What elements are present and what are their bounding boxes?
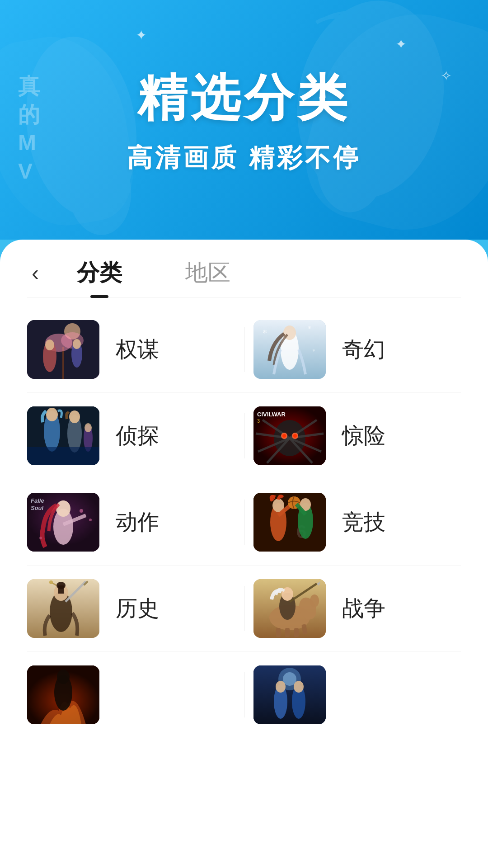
- svg-point-3: [64, 142, 135, 237]
- svg-point-100: [276, 681, 286, 693]
- category-label-zhanzhen: 战争: [342, 594, 385, 623]
- category-thumb-jingxian: CIVILWAR 3: [253, 406, 326, 465]
- svg-point-75: [49, 580, 53, 584]
- divider-row5: [244, 672, 244, 717]
- svg-text:Soul: Soul: [31, 505, 44, 511]
- category-label-zhentan: 侦探: [116, 421, 159, 450]
- back-button[interactable]: ‹: [27, 258, 43, 288]
- category-item-zhentan[interactable]: 侦探: [27, 406, 235, 465]
- svg-point-47: [293, 434, 297, 438]
- tab-bar: ‹ 分类 地区: [27, 240, 461, 297]
- svg-point-12: [45, 340, 54, 350]
- svg-rect-85: [294, 628, 299, 637]
- divider-row3: [244, 500, 244, 545]
- svg-point-53: [56, 500, 70, 517]
- svg-rect-73: [58, 585, 64, 594]
- category-item-zhanzhen[interactable]: 战争: [253, 579, 461, 638]
- divider-row1: [244, 327, 244, 372]
- category-item-bottom2[interactable]: [253, 665, 461, 724]
- svg-point-102: [294, 681, 304, 693]
- svg-text:❄: ❄: [312, 349, 315, 353]
- svg-point-46: [282, 434, 286, 438]
- sparkle-icon-2: ✧: [441, 68, 452, 84]
- svg-text:❄: ❄: [308, 325, 311, 330]
- svg-point-25: [46, 408, 58, 421]
- svg-text:❄: ❄: [263, 329, 267, 335]
- category-label-quanmou: 权谋: [116, 335, 159, 364]
- category-thumb-quanmou: [27, 320, 99, 379]
- category-thumb-qihuan: ❄ ❄ ❄: [253, 320, 326, 379]
- svg-point-5: [61, 57, 102, 106]
- category-row-3: Falle Soul: [27, 479, 461, 566]
- category-item-bottom1[interactable]: [27, 665, 235, 724]
- svg-point-14: [73, 339, 81, 349]
- category-row-4: 历史: [27, 566, 461, 652]
- category-item-qihuan[interactable]: ❄ ❄ ❄ 奇幻: [253, 320, 461, 379]
- category-item-jingxian[interactable]: CIVILWAR 3: [253, 406, 461, 465]
- svg-text:Falle: Falle: [31, 497, 44, 504]
- category-row-5: [27, 652, 461, 724]
- category-thumb-dongzuo: Falle Soul: [27, 493, 99, 552]
- category-thumb-bottom1: [27, 665, 99, 724]
- category-thumb-lishi: [27, 579, 99, 638]
- svg-point-56: [89, 519, 92, 521]
- svg-point-94: [57, 670, 70, 684]
- divider-row4: [244, 586, 244, 631]
- tab-category[interactable]: 分类: [63, 258, 136, 288]
- svg-point-57: [39, 537, 42, 539]
- category-label-jingxian: 惊险: [342, 421, 385, 450]
- hero-subtitle: 高清画质 精彩不停: [127, 141, 361, 175]
- category-thumb-bottom2: [253, 665, 326, 724]
- content-card: ‹ 分类 地区: [0, 240, 488, 868]
- divider-row2: [244, 413, 244, 458]
- svg-rect-83: [276, 628, 281, 637]
- category-thumb-jingji: 6: [253, 493, 326, 552]
- category-label-lishi: 历史: [116, 594, 159, 623]
- hero-title-text: 精选分类: [137, 65, 351, 132]
- category-thumb-zhanzhen: [253, 579, 326, 638]
- hero-watermark: 真 的 M V: [18, 72, 40, 185]
- svg-text:3: 3: [257, 418, 260, 424]
- category-item-dongzuo[interactable]: Falle Soul: [27, 493, 235, 552]
- category-item-jingji[interactable]: 6: [253, 493, 461, 552]
- sparkle-icon-1: ✦: [395, 36, 407, 52]
- category-thumb-zhentan: [27, 406, 99, 465]
- category-label-qihuan: 奇幻: [342, 335, 385, 364]
- category-label-dongzuo: 动作: [116, 508, 159, 537]
- category-row-1: 权谋: [27, 307, 461, 393]
- svg-point-82: [310, 594, 319, 607]
- svg-point-27: [69, 410, 80, 423]
- category-item-lishi[interactable]: 历史: [27, 579, 235, 638]
- category-row-2: 侦探 CIVILWAR 3: [27, 393, 461, 479]
- hero-section: ✦ ✧ ✦ 真 的 M V 精选分类 高清画质 精彩不停: [0, 0, 488, 240]
- sparkle-icon-3: ✦: [136, 27, 147, 43]
- svg-rect-30: [27, 447, 99, 465]
- category-grid: 权谋: [27, 307, 461, 724]
- svg-rect-84: [285, 628, 290, 637]
- svg-text:CIVILWAR: CIVILWAR: [257, 411, 286, 418]
- svg-point-29: [84, 423, 92, 432]
- svg-point-55: [80, 509, 83, 513]
- category-label-jingji: 竞技: [342, 508, 385, 537]
- tab-region[interactable]: 地区: [172, 258, 244, 288]
- hero-title: 精选分类: [137, 65, 351, 132]
- category-item-quanmou[interactable]: 权谋: [27, 320, 235, 379]
